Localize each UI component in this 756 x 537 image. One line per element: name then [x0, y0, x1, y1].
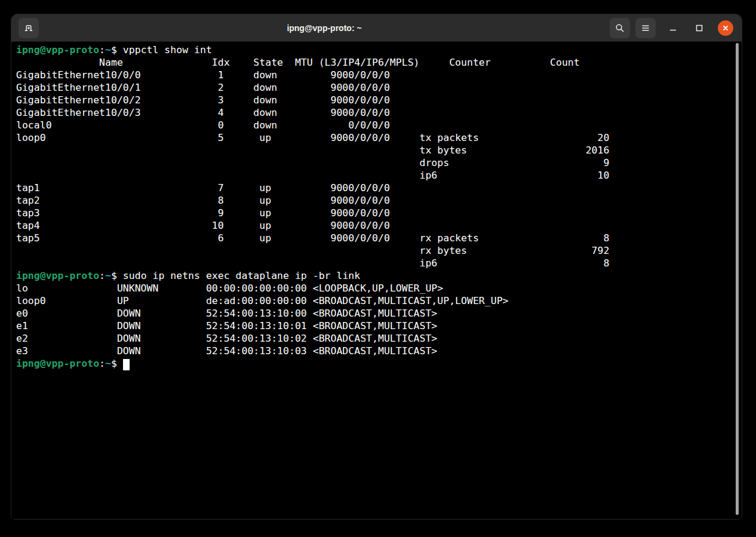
output-text: ip6 10	[16, 170, 609, 181]
close-button[interactable]	[717, 19, 735, 37]
output-text: Name Idx State MTU (L3/IP4/IP6/MPLS) Cou…	[16, 57, 580, 68]
terminal-line: GigabitEthernet10/0/2 3 down 9000/0/0/0	[16, 94, 737, 106]
terminal-line: tap4 10 up 9000/0/0/0	[16, 219, 737, 232]
terminal-line: drops 9	[16, 157, 737, 169]
minimize-icon	[668, 23, 678, 33]
terminal-line: Name Idx State MTU (L3/IP4/IP6/MPLS) Cou…	[16, 56, 737, 69]
output-text: tap1 7 up 9000/0/0/0	[16, 182, 390, 194]
output-text: tap5 6 up 9000/0/0/0 rx packets 8	[16, 232, 609, 244]
terminal-window: ipng@vpp-proto: ~	[11, 14, 742, 520]
output-text: e0 DOWN 52:54:00:13:10:00 <BROADCAST,MUL…	[16, 308, 437, 319]
command-text: sudo ip netns exec dataplane ip -br link	[123, 270, 360, 281]
prompt-colon: :	[99, 358, 105, 369]
menu-button[interactable]	[635, 18, 656, 38]
search-button[interactable]	[610, 18, 630, 38]
output-text: rx bytes 792	[16, 245, 609, 256]
terminal-line: ipng@vpp-proto:~$ vppctl show int	[16, 44, 737, 56]
output-text: tap4 10 up 9000/0/0/0	[16, 220, 390, 231]
window-title: ipng@vpp-proto: ~	[39, 23, 610, 33]
output-text: tap3 9 up 9000/0/0/0	[16, 207, 390, 219]
terminal-line: ipng@vpp-proto:~$	[16, 357, 737, 370]
terminal-line: local0 0 down 0/0/0/0	[16, 119, 737, 131]
terminal-line: e3 DOWN 52:54:00:13:10:03 <BROADCAST,MUL…	[16, 345, 737, 357]
terminal-line: GigabitEthernet10/0/0 1 down 9000/0/0/0	[16, 69, 737, 81]
terminal-screen[interactable]: ipng@vpp-proto:~$ vppctl show int Name I…	[11, 42, 742, 519]
output-text: tap2 8 up 9000/0/0/0	[16, 195, 390, 206]
search-icon	[614, 23, 625, 33]
prompt-path: ~	[105, 270, 111, 281]
prompt-user: ipng@vpp-proto	[16, 44, 99, 56]
new-tab-icon	[23, 23, 34, 33]
terminal-line: tap2 8 up 9000/0/0/0	[16, 194, 737, 207]
output-text: drops 9	[16, 157, 609, 168]
terminal-line: ip6 10	[16, 169, 737, 182]
close-button-circle	[718, 20, 733, 36]
terminal-line: tx bytes 2016	[16, 144, 737, 157]
output-text: lo UNKNOWN 00:00:00:00:00:00 <LOOPBACK,U…	[16, 283, 443, 294]
terminal-line: GigabitEthernet10/0/1 2 down 9000/0/0/0	[16, 81, 737, 94]
output-text: e1 DOWN 52:54:00:13:10:01 <BROADCAST,MUL…	[16, 320, 437, 332]
output-text: e3 DOWN 52:54:00:13:10:03 <BROADCAST,MUL…	[16, 345, 437, 357]
prompt-dollar: $	[111, 44, 123, 56]
terminal-line: e1 DOWN 52:54:00:13:10:01 <BROADCAST,MUL…	[16, 320, 737, 332]
terminal-line: tap5 6 up 9000/0/0/0 rx packets 8	[16, 232, 737, 244]
terminal-line: rx bytes 792	[16, 244, 737, 257]
terminal-line: ipng@vpp-proto:~$ sudo ip netns exec dat…	[16, 269, 737, 282]
prompt-user: ipng@vpp-proto	[16, 358, 99, 369]
output-text: GigabitEthernet10/0/3 4 down 9000/0/0/0	[16, 107, 390, 118]
screen: { "window": { "title": "ipng@vpp-proto: …	[0, 0, 756, 537]
terminal-line: tap1 7 up 9000/0/0/0	[16, 182, 737, 194]
maximize-button[interactable]	[690, 19, 708, 37]
prompt-colon: :	[99, 270, 105, 281]
output-text: GigabitEthernet10/0/1 2 down 9000/0/0/0	[16, 82, 390, 93]
output-text: loop0 5 up 9000/0/0/0 tx packets 20	[16, 132, 609, 143]
prompt-user: ipng@vpp-proto	[16, 270, 99, 281]
close-icon	[721, 24, 730, 32]
minimize-button[interactable]	[664, 19, 682, 37]
prompt-dollar: $	[111, 358, 123, 369]
headerbar: ipng@vpp-proto: ~	[11, 14, 742, 42]
command-text: vppctl show int	[123, 44, 212, 56]
terminal-line: e0 DOWN 52:54:00:13:10:00 <BROADCAST,MUL…	[16, 307, 737, 320]
output-text: GigabitEthernet10/0/0 1 down 9000/0/0/0	[16, 69, 390, 81]
prompt-path: ~	[105, 44, 111, 56]
headerbar-controls	[610, 18, 735, 38]
terminal-cursor	[123, 359, 130, 370]
scrollbar[interactable]	[736, 43, 739, 515]
terminal-line: tap3 9 up 9000/0/0/0	[16, 207, 737, 219]
terminal-line: loop0 UP de:ad:00:00:00:00 <BROADCAST,MU…	[16, 294, 737, 307]
new-tab-button[interactable]	[19, 18, 39, 38]
prompt-dollar: $	[111, 270, 123, 281]
output-text: local0 0 down 0/0/0/0	[16, 119, 390, 131]
output-text: tx bytes 2016	[16, 145, 609, 156]
maximize-icon	[694, 23, 704, 33]
prompt-path: ~	[105, 358, 111, 369]
output-text: GigabitEthernet10/0/2 3 down 9000/0/0/0	[16, 94, 390, 106]
output-text: e2 DOWN 52:54:00:13:10:02 <BROADCAST,MUL…	[16, 333, 437, 344]
terminal-line: lo UNKNOWN 00:00:00:00:00:00 <LOOPBACK,U…	[16, 282, 737, 294]
terminal-line: loop0 5 up 9000/0/0/0 tx packets 20	[16, 131, 737, 144]
prompt-colon: :	[99, 44, 105, 56]
output-text: ip6 8	[16, 257, 609, 269]
output-text: loop0 UP de:ad:00:00:00:00 <BROADCAST,MU…	[16, 295, 509, 306]
hamburger-menu-icon	[640, 23, 651, 33]
terminal-line: ip6 8	[16, 257, 737, 269]
terminal-line: GigabitEthernet10/0/3 4 down 9000/0/0/0	[16, 106, 737, 119]
terminal-line: e2 DOWN 52:54:00:13:10:02 <BROADCAST,MUL…	[16, 332, 737, 345]
